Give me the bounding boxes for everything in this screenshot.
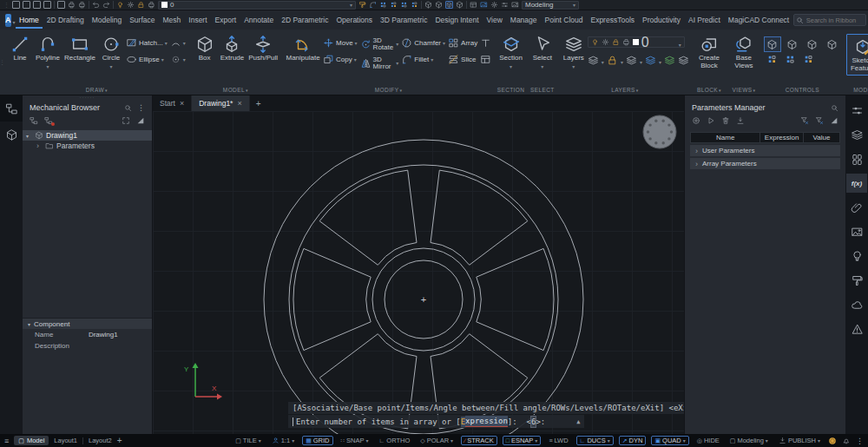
select-button[interactable]: Select (529, 34, 556, 72)
tab-3d-parametric[interactable]: 3D Parametric (377, 12, 431, 29)
ribbon-layer-combo[interactable]: 0 (588, 36, 685, 48)
status-ortho[interactable]: ORTHO (376, 436, 412, 445)
layer-plot-icon[interactable] (148, 1, 155, 9)
layout2-tab[interactable]: Layout2 (89, 437, 112, 444)
new-layout-button[interactable] (117, 436, 122, 445)
mechanical-browser-dock-icon[interactable] (0, 95, 23, 122)
notifications-bell-icon[interactable] (842, 437, 851, 445)
match-properties-icon[interactable] (358, 1, 366, 9)
layer-states-tool-icon[interactable] (645, 55, 656, 66)
pencil-icon[interactable] (369, 1, 377, 9)
name-value[interactable]: Drawing1 (89, 331, 147, 339)
tab-modeling[interactable]: Modeling (88, 12, 126, 29)
3d-rotate-button[interactable]: 3D Rotate (359, 36, 400, 52)
array-button[interactable]: Array (447, 36, 478, 49)
new-document-button[interactable] (250, 95, 267, 111)
view-hidden-icon[interactable] (435, 1, 443, 9)
layer-manager-tool-icon[interactable] (678, 55, 689, 66)
column-name[interactable]: Name (691, 133, 760, 142)
status-tile[interactable]: TILE (233, 436, 263, 445)
doc-tab-start[interactable]: Start (153, 95, 192, 111)
layer-lock-icon[interactable] (137, 1, 145, 9)
properties-dock-icon[interactable] (846, 101, 867, 120)
tree-item-parameters[interactable]: Parameters (23, 141, 152, 151)
controls-panel-label[interactable]: CONTROLS (761, 87, 844, 93)
command-prompt-line[interactable]: Enter number of items in array or [Expre… (288, 415, 584, 428)
control-view-1[interactable] (764, 36, 781, 52)
status-workspace[interactable]: Modeling (727, 436, 771, 445)
copy-button[interactable]: Copy (322, 53, 358, 66)
dock-corner-icon[interactable] (136, 116, 145, 125)
tab-mesh[interactable]: Mesh (159, 12, 185, 29)
tab-magicad-connect[interactable]: MagiCAD Connect (724, 12, 792, 29)
manipulate-button[interactable]: Manipulate (285, 34, 321, 63)
settings-gear-icon[interactable] (490, 1, 498, 9)
plot-icon[interactable] (78, 1, 86, 9)
view-wireframe-icon[interactable] (424, 1, 432, 9)
control-grips-icon[interactable] (766, 54, 778, 65)
selection-mode-icon-4[interactable] (411, 1, 418, 9)
status-quad[interactable]: QUAD (651, 436, 688, 445)
selection-mode-icon-2[interactable] (390, 1, 398, 9)
print-preview-icon[interactable] (57, 1, 65, 9)
line-button[interactable]: Line (7, 34, 33, 63)
layers-button[interactable]: Layers (561, 34, 587, 72)
layers-dock-icon[interactable] (846, 125, 867, 144)
status-annotation-scale[interactable]: 1:1 (269, 436, 297, 445)
tab-design-intent[interactable]: Design Intent (431, 12, 483, 29)
materials-dock-icon[interactable] (846, 222, 867, 241)
group-user-parameters[interactable]: User Parameters (690, 145, 840, 156)
polyline-button[interactable]: Polyline (34, 34, 62, 72)
workflow-icon[interactable] (501, 1, 509, 9)
move-button[interactable]: Move (322, 36, 358, 49)
section-panel-label[interactable]: SECTION (495, 87, 527, 93)
pushpull-button[interactable]: Push/Pull (247, 34, 279, 63)
section-button[interactable]: Section (497, 34, 524, 72)
slice-button[interactable]: Slice (447, 53, 478, 66)
filter-icon[interactable] (800, 116, 809, 125)
model-panel-label[interactable]: MODEL (189, 87, 282, 93)
tab-export[interactable]: Export (211, 12, 240, 29)
tab-view[interactable]: View (483, 12, 506, 29)
layer-off-tool-icon[interactable] (588, 55, 599, 66)
control-view-2[interactable] (784, 36, 801, 52)
tab-manage[interactable]: Manage (506, 12, 541, 29)
control-view-4[interactable] (824, 36, 841, 52)
box-button[interactable]: Box (192, 34, 218, 63)
layer-previous-tool-icon[interactable] (664, 55, 675, 66)
layer-freeze-icon[interactable] (127, 1, 135, 9)
tab-insert[interactable]: Insert (185, 12, 211, 29)
model-tab[interactable]: Model (14, 436, 49, 445)
close-icon[interactable] (180, 99, 184, 108)
modify-panel-label[interactable]: MODIFY (282, 87, 495, 93)
tab-ai-predict[interactable]: AI Predict (684, 12, 724, 29)
draw-panel-label[interactable]: DRAW (4, 87, 189, 93)
status-lwd[interactable]: LWD (546, 436, 570, 445)
dock-corner-icon[interactable] (830, 116, 838, 125)
warnings-dock-icon[interactable] (846, 319, 867, 339)
selection-mode-icon-3[interactable] (400, 1, 408, 9)
structure-config-icon[interactable] (30, 116, 38, 125)
redo-icon[interactable] (102, 1, 110, 9)
expand-prompt-icon[interactable]: ▲ (576, 417, 580, 427)
control-snap-markers-icon[interactable] (785, 54, 796, 65)
chamfer-button[interactable]: Chamfer (400, 36, 446, 49)
ribbon-search-input[interactable] (793, 14, 866, 26)
status-overflow-icon[interactable] (856, 437, 864, 445)
layout1-tab[interactable]: Layout1 (54, 437, 77, 444)
remove-component-icon[interactable] (44, 116, 53, 125)
table-icon[interactable] (470, 1, 477, 9)
status-ducs[interactable]: DUCS (576, 436, 614, 445)
save-all-icon[interactable] (43, 1, 51, 9)
group-array-parameters[interactable]: Array Parameters (690, 158, 840, 169)
navigation-compass[interactable] (641, 113, 679, 151)
column-expression[interactable]: Expression (760, 133, 804, 142)
undo-icon[interactable] (92, 1, 100, 9)
tab-surface[interactable]: Surface (126, 12, 159, 29)
layer-isolate-tool-icon[interactable] (626, 55, 637, 66)
search-icon[interactable] (831, 104, 838, 112)
base-views-button[interactable]: Base Views (729, 34, 759, 71)
block-panel-label[interactable]: BLOCK (692, 87, 727, 93)
create-block-button[interactable]: Create Block (694, 34, 724, 71)
command-line-overlay[interactable]: [ASsociative/Base point/Items/Angle betw… (288, 402, 684, 428)
